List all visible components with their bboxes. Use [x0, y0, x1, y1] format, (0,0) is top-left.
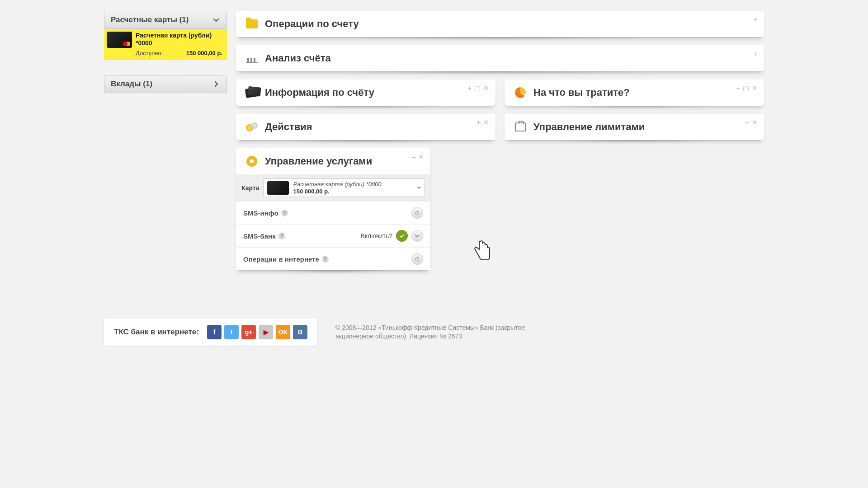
main-content: Операции по счету + Анализ счёта + — [236, 11, 764, 275]
youtube-icon[interactable]: ▶ — [259, 325, 273, 339]
facebook-icon[interactable]: f — [207, 325, 222, 339]
close-icon[interactable]: ✕ — [483, 84, 489, 92]
help-icon[interactable]: ? — [322, 256, 329, 263]
service-sms-info: SMS-инфо? — [236, 201, 430, 224]
gear-icon — [245, 155, 259, 168]
service-card-name: Расчетная карта (рубли) *0000 — [293, 181, 382, 188]
odnoklassniki-icon[interactable]: OK — [276, 325, 290, 339]
deposits-header-label: Вклады (1) — [111, 80, 152, 89]
cards-accordion-header[interactable]: Расчетные карты (1) — [104, 11, 227, 29]
panel-limits-title: Управление лимитами — [533, 121, 645, 133]
service-internet-ops: Операции в интернете? — [236, 247, 430, 270]
sidebar: Расчетные карты (1) Расчетная карта (руб… — [104, 11, 227, 275]
expand-icon[interactable]: + — [736, 84, 740, 92]
chevron-right-icon — [209, 77, 223, 91]
chart-icon — [245, 52, 259, 65]
deposits-accordion-header[interactable]: Вклады (1) — [104, 75, 227, 93]
panel-limits[interactable]: Управление лимитами + ✕ — [505, 114, 764, 140]
footer: ТКС банк в интернете: f t g+ ▶ OK B © 20… — [104, 302, 764, 362]
vk-icon[interactable]: B — [293, 325, 307, 339]
close-icon[interactable]: ✕ — [752, 84, 758, 92]
service-card-balance: 150 000,00 р. — [293, 188, 382, 195]
internet-ops-label: Операции в интернете — [243, 255, 319, 263]
cancel-enable-button[interactable] — [411, 230, 423, 242]
card-thumbnail-icon — [267, 181, 289, 195]
card-name: Расчетная карта (рубли) — [136, 32, 212, 39]
expand-icon[interactable]: + — [745, 118, 749, 127]
help-icon[interactable]: ? — [278, 233, 285, 239]
sms-bank-label: SMS-банк — [243, 232, 276, 240]
panel-actions-title: Действия — [265, 121, 312, 133]
panel-actions[interactable]: Действия + ✕ — [236, 114, 495, 140]
panel-analysis-title: Анализ счёта — [265, 52, 331, 64]
cards-icon — [245, 86, 259, 99]
maximize-icon[interactable]: ▢ — [474, 84, 481, 92]
footer-title: ТКС банк в интернете: — [114, 328, 199, 337]
googleplus-icon[interactable]: g+ — [241, 325, 256, 339]
service-card-select[interactable]: Расчетная карта (рубли) *0000 150 000,00… — [263, 178, 425, 197]
panel-services: Управление услугами – ✕ Карта — [236, 148, 430, 270]
panel-analysis[interactable]: Анализ счёта + — [236, 45, 764, 71]
sidebar-card-item[interactable]: Расчетная карта (рубли) *0000 Доступно: … — [104, 29, 227, 60]
maximize-icon[interactable]: ▢ — [743, 84, 749, 92]
panel-operations[interactable]: Операции по счету + — [236, 11, 764, 37]
panel-info-title: Информация по счёту — [265, 87, 374, 99]
available-amount: 150 000,00 р. — [186, 50, 222, 56]
folder-icon — [245, 17, 259, 31]
sms-info-label: SMS-инфо — [243, 209, 278, 217]
expand-icon[interactable]: + — [754, 15, 758, 23]
service-sms-bank: SMS-банк? Включить? — [236, 224, 430, 247]
card-mask: *0000 — [136, 39, 212, 47]
toggle-internet-ops[interactable] — [411, 253, 423, 265]
pie-icon — [514, 86, 527, 99]
footer-social-box: ТКС банк в интернете: f t g+ ▶ OK B — [104, 319, 317, 346]
panel-services-title: Управление услугами — [265, 155, 372, 167]
footer-copyright: © 2008—2012 «Тинькофф Кредитные Системы»… — [335, 324, 561, 341]
confirm-enable-button[interactable] — [396, 230, 408, 242]
close-icon[interactable]: ✕ — [752, 118, 758, 127]
twitter-icon[interactable]: t — [224, 325, 239, 339]
panel-info[interactable]: Информация по счёту + ▢ ✕ — [236, 80, 495, 106]
minimize-icon[interactable]: – — [412, 153, 415, 161]
close-icon[interactable]: ✕ — [483, 118, 489, 127]
panel-spending-title: На что вы тратите? — [533, 87, 630, 99]
panel-spending[interactable]: На что вы тратите? + ▢ ✕ — [505, 80, 764, 106]
close-icon[interactable]: ✕ — [418, 153, 424, 161]
panel-operations-title: Операции по счету — [265, 18, 359, 30]
expand-icon[interactable]: + — [754, 50, 758, 57]
card-thumbnail-icon — [107, 32, 132, 48]
enable-question: Включить? — [360, 232, 392, 239]
help-icon[interactable]: ? — [281, 210, 288, 216]
lock-icon — [514, 120, 527, 134]
expand-icon[interactable]: + — [476, 118, 481, 127]
toggle-sms-info[interactable] — [411, 207, 423, 219]
cards-header-label: Расчетные карты (1) — [111, 15, 189, 24]
expand-icon[interactable]: + — [467, 84, 472, 92]
service-card-label: Карта — [241, 184, 259, 192]
available-label: Доступно: — [136, 50, 163, 56]
coins-icon — [245, 120, 259, 134]
chevron-down-icon — [209, 13, 223, 27]
